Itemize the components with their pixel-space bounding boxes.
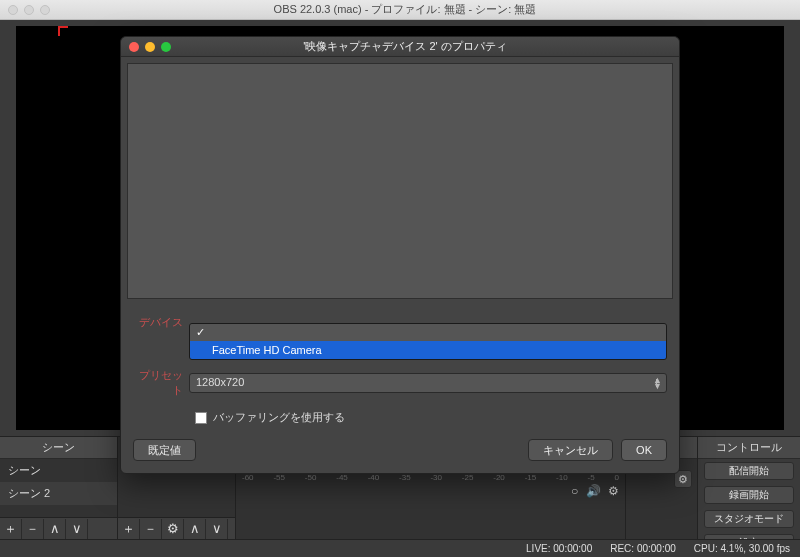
traffic-light-close-icon[interactable]	[8, 5, 18, 15]
buffering-label: バッファリングを使用する	[213, 411, 345, 423]
volume-slider-knob-icon[interactable]: ○	[571, 484, 578, 498]
dialog-zoom-icon[interactable]	[161, 42, 171, 52]
start-recording-button[interactable]: 録画開始	[704, 486, 794, 504]
start-streaming-button[interactable]: 配信開始	[704, 462, 794, 480]
status-rec: REC: 00:00:00	[610, 543, 676, 554]
device-dropdown-open[interactable]: ✓ FaceTime HD Camera	[189, 323, 667, 360]
defaults-button[interactable]: 既定値	[133, 439, 196, 461]
sources-toolbar: ＋ － ⚙ ∧ ∨	[118, 517, 235, 539]
scene-item[interactable]: シーン	[0, 459, 117, 482]
status-live: LIVE: 00:00:00	[526, 543, 592, 554]
scene-down-button[interactable]: ∨	[66, 519, 88, 539]
dialog-button-row: 既定値 キャンセル OK	[121, 429, 679, 473]
source-up-button[interactable]: ∧	[184, 519, 206, 539]
scene-up-button[interactable]: ∧	[44, 519, 66, 539]
preset-select[interactable]: 1280x720 ▲▼	[189, 373, 667, 393]
dialog-preview-area	[127, 63, 673, 299]
scene-item[interactable]: シーン 2	[0, 482, 117, 505]
buffering-checkbox[interactable]	[195, 412, 207, 424]
main-window-title: OBS 22.0.3 (mac) - プロファイル: 無題 - シーン: 無題	[50, 2, 800, 17]
dialog-title: '映像キャプチャデバイス 2' のプロパティ	[171, 39, 679, 54]
controls-panel: コントロール 配信開始 録画開始 スタジオモード 設定 終了	[698, 436, 800, 539]
main-window-titlebar: OBS 22.0.3 (mac) - プロファイル: 無題 - シーン: 無題	[0, 0, 800, 20]
speaker-icon[interactable]: 🔊	[586, 484, 601, 498]
device-select-current[interactable]: ✓	[190, 324, 666, 341]
status-bar: LIVE: 00:00:00 REC: 00:00:00 CPU: 4.1%, …	[0, 539, 800, 557]
check-icon: ✓	[196, 326, 205, 338]
dialog-close-icon[interactable]	[129, 42, 139, 52]
properties-dialog: '映像キャプチャデバイス 2' のプロパティ デバイス ✓ FaceTime H…	[120, 36, 680, 474]
remove-source-button[interactable]: －	[140, 519, 162, 539]
preset-row: プリセット 1280x720 ▲▼	[133, 368, 667, 398]
cancel-button[interactable]: キャンセル	[528, 439, 613, 461]
source-down-button[interactable]: ∨	[206, 519, 228, 539]
add-scene-button[interactable]: ＋	[0, 519, 22, 539]
properties-form: デバイス ✓ FaceTime HD Camera プリセット 1280x720…	[121, 305, 679, 429]
studio-mode-button[interactable]: スタジオモード	[704, 510, 794, 528]
remove-scene-button[interactable]: －	[22, 519, 44, 539]
add-source-button[interactable]: ＋	[118, 519, 140, 539]
updown-caret-icon: ▲▼	[653, 377, 662, 389]
scenes-header: シーン	[0, 437, 117, 459]
status-cpu: CPU: 4.1%, 30.00 fps	[694, 543, 790, 554]
preset-value: 1280x720	[196, 376, 244, 388]
mixer-controls: ○ 🔊 ⚙	[242, 484, 619, 498]
device-row: デバイス ✓ FaceTime HD Camera	[133, 315, 667, 330]
audio-ticks: -60 -55 -50 -45 -40 -35 -30 -25 -20 -15 …	[242, 473, 619, 482]
preset-label: プリセット	[133, 368, 189, 398]
scenes-toolbar: ＋ － ∧ ∨	[0, 517, 117, 539]
scenes-panel: シーン シーン シーン 2 ＋ － ∧ ∨	[0, 436, 118, 539]
crop-corner-icon[interactable]	[58, 26, 68, 36]
scenes-list[interactable]: シーン シーン 2	[0, 459, 117, 517]
buffering-row[interactable]: バッファリングを使用する	[195, 404, 667, 429]
ok-button[interactable]: OK	[621, 439, 667, 461]
controls-header: コントロール	[698, 437, 800, 459]
source-settings-button[interactable]: ⚙	[162, 519, 184, 539]
mixer-gear-icon[interactable]: ⚙	[608, 484, 619, 498]
device-label: デバイス	[133, 315, 189, 330]
dialog-titlebar: '映像キャプチャデバイス 2' のプロパティ	[121, 37, 679, 57]
traffic-light-zoom-icon[interactable]	[40, 5, 50, 15]
traffic-light-minimize-icon[interactable]	[24, 5, 34, 15]
dialog-minimize-icon[interactable]	[145, 42, 155, 52]
device-option-facetime[interactable]: FaceTime HD Camera	[190, 341, 666, 359]
